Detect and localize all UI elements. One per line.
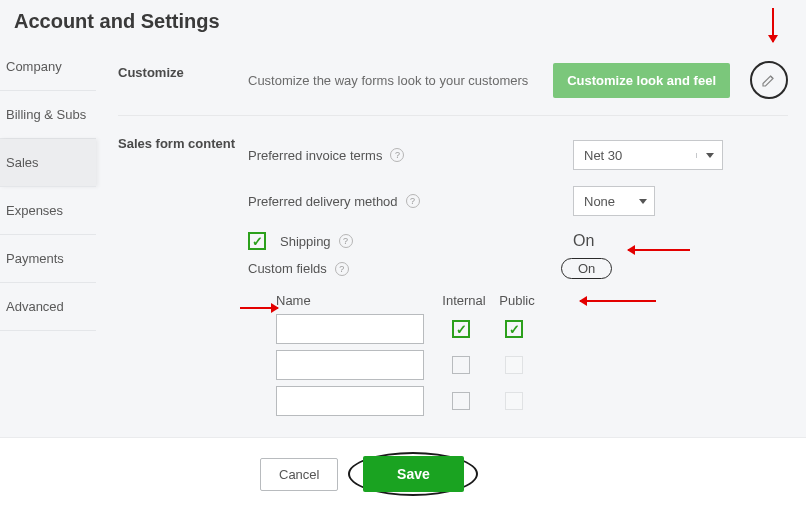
help-icon[interactable]: ? [390, 148, 404, 162]
custom-fields-status: On [561, 258, 612, 279]
sidebar-item-billing[interactable]: Billing & Subs [0, 91, 96, 139]
shipping-label: Shipping [280, 234, 331, 249]
cf-internal-checkbox-2[interactable] [452, 356, 470, 374]
cf-header-public: Public [492, 293, 542, 308]
sidebar-item-advanced[interactable]: Advanced [0, 283, 96, 331]
delivery-method-label: Preferred delivery method [248, 194, 398, 209]
shipping-status: On [573, 232, 594, 249]
customize-look-button[interactable]: Customize look and feel [553, 63, 730, 98]
invoice-terms-value: Net 30 [574, 148, 696, 163]
save-button[interactable]: Save [363, 456, 464, 492]
section-sales-form: Sales form content Preferred invoice ter… [118, 116, 788, 434]
cf-header-name: Name [276, 293, 436, 308]
cf-public-checkbox-3 [505, 392, 523, 410]
delivery-method-select[interactable]: None [573, 186, 655, 216]
shipping-checkbox[interactable]: ✓ [248, 232, 266, 250]
table-row: ✓ ✓ [276, 314, 788, 344]
footer-actions: Cancel Save [0, 437, 806, 510]
cf-public-checkbox-2 [505, 356, 523, 374]
invoice-terms-label: Preferred invoice terms [248, 148, 382, 163]
page-title: Account and Settings [0, 0, 806, 39]
cancel-button[interactable]: Cancel [260, 458, 338, 491]
chevron-down-icon [632, 199, 654, 204]
edit-button[interactable] [750, 61, 788, 99]
custom-fields-label: Custom fields [248, 261, 327, 276]
delivery-method-value: None [574, 194, 632, 209]
cf-internal-checkbox-3[interactable] [452, 392, 470, 410]
table-row [276, 350, 788, 380]
help-icon[interactable]: ? [406, 194, 420, 208]
section-label-sales-form: Sales form content [118, 132, 248, 422]
sidebar-item-sales[interactable]: Sales [0, 139, 96, 187]
chevron-down-icon [696, 153, 722, 158]
help-icon[interactable]: ? [335, 262, 349, 276]
save-highlight: Save [348, 452, 478, 496]
cf-public-checkbox-1[interactable]: ✓ [505, 320, 523, 338]
table-row [276, 386, 788, 416]
help-icon[interactable]: ? [339, 234, 353, 248]
sidebar-item-expenses[interactable]: Expenses [0, 187, 96, 235]
sidebar-item-payments[interactable]: Payments [0, 235, 96, 283]
section-customize: Customize Customize the way forms look t… [118, 49, 788, 111]
cf-header-internal: Internal [436, 293, 492, 308]
invoice-terms-select[interactable]: Net 30 [573, 140, 723, 170]
customize-description: Customize the way forms look to your cus… [248, 73, 539, 88]
cf-internal-checkbox-1[interactable]: ✓ [452, 320, 470, 338]
section-label-customize: Customize [118, 61, 248, 99]
cf-name-input-1[interactable] [276, 314, 424, 344]
pencil-icon [761, 72, 777, 88]
cf-name-input-3[interactable] [276, 386, 424, 416]
custom-fields-table: Name Internal Public ✓ ✓ [276, 293, 788, 416]
sidebar-item-company[interactable]: Company [0, 43, 96, 91]
cf-name-input-2[interactable] [276, 350, 424, 380]
